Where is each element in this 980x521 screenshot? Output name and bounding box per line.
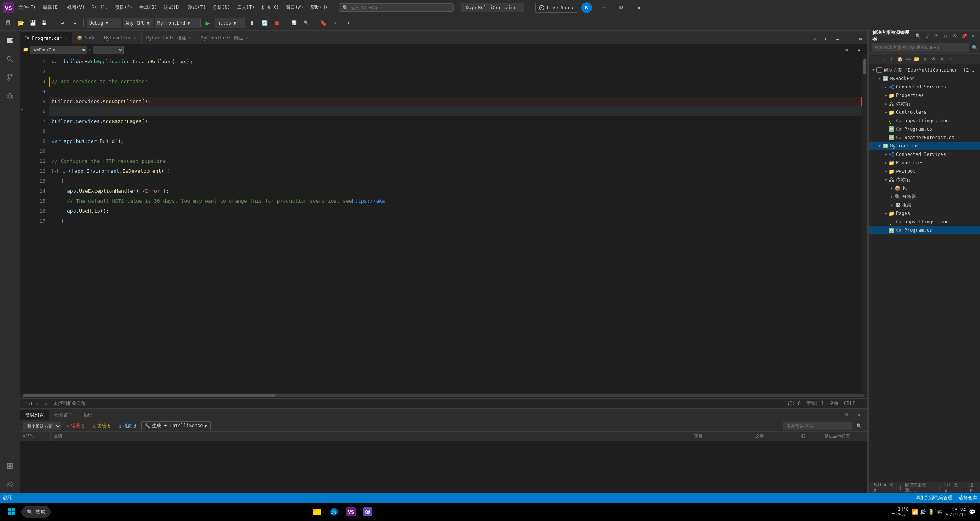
tab-command-window[interactable]: 命令窗口 bbox=[49, 410, 78, 420]
new-project-button[interactable] bbox=[3, 18, 14, 28]
battery-icon[interactable]: 🔋 bbox=[928, 509, 934, 515]
activity-search[interactable] bbox=[2, 51, 18, 67]
redo-button[interactable]: ↪ bbox=[69, 18, 80, 28]
debug-config-dropdown[interactable]: Debug ▼ bbox=[87, 18, 121, 28]
col-header-code[interactable]: ▼ 代码 bbox=[20, 432, 51, 441]
panel-float-button[interactable]: ⧉ bbox=[841, 409, 852, 420]
preview-button[interactable]: 👁 bbox=[930, 55, 937, 63]
undo-button[interactable]: ↩ bbox=[57, 18, 68, 28]
code-editor[interactable]: ✏ 1 2 3 4 5 6 7 8 9 10 11 12 13 14 15 16 bbox=[20, 55, 867, 393]
code-content[interactable]: var builder = WebApplication.CreateBuild… bbox=[49, 55, 862, 393]
startup-project-dropdown[interactable]: MyFrontEnd ▼ bbox=[155, 18, 201, 28]
solution-search-input[interactable] bbox=[872, 43, 969, 52]
title-search-input[interactable] bbox=[350, 5, 419, 10]
notifications-label[interactable]: 通知 bbox=[969, 482, 977, 493]
expand-editor-button[interactable]: ⊞ bbox=[855, 33, 866, 44]
user-profile-button[interactable]: R bbox=[581, 2, 592, 13]
tree-myfrontend-wwwroot[interactable]: ▶ 📁 wwwroot bbox=[869, 167, 980, 175]
tree-myfrontend-deps[interactable]: ▼ 依赖项 bbox=[869, 175, 980, 184]
tabs-menu[interactable]: ≡ bbox=[832, 33, 843, 44]
taskbar-edge-icon[interactable] bbox=[326, 504, 342, 519]
col-header-line[interactable]: 行 bbox=[798, 432, 821, 441]
tree-myfrontend-frameworks[interactable]: ▶ 🏗 框架 bbox=[869, 201, 980, 209]
zoom-level[interactable]: 161 % bbox=[25, 401, 38, 406]
performance-button[interactable]: 📊 bbox=[288, 18, 299, 28]
pause-button[interactable]: ⏸ bbox=[247, 18, 257, 28]
panel-search-button[interactable]: 🔍 bbox=[914, 32, 922, 40]
menu-project[interactable]: 项目(P) bbox=[112, 3, 136, 12]
minimize-button[interactable]: ─ bbox=[595, 2, 613, 14]
new-tab-button[interactable]: + bbox=[844, 33, 854, 44]
scrollbar-thumb[interactable] bbox=[863, 59, 866, 74]
tabs-scroll-left[interactable]: ◂ bbox=[809, 33, 820, 44]
bookmark-button[interactable]: 🔖 bbox=[318, 18, 329, 28]
notifications-button[interactable]: 💬 bbox=[969, 509, 975, 515]
activity-settings[interactable] bbox=[2, 476, 18, 493]
live-share-button[interactable]: Live Share bbox=[535, 3, 578, 13]
panel-refresh-button[interactable]: ⟳ bbox=[932, 32, 940, 40]
restore-button[interactable]: ⧉ bbox=[613, 2, 630, 14]
col-header-suppress[interactable]: 禁止显示状态 bbox=[821, 432, 867, 441]
prev-bookmark-button[interactable]: ◂ bbox=[343, 18, 353, 28]
horizontal-scrollbar-thumb[interactable] bbox=[23, 394, 275, 397]
taskbar-app-4[interactable] bbox=[360, 504, 375, 519]
solution-search-icon[interactable]: 🔍 bbox=[971, 44, 978, 51]
wifi-icon[interactable]: 📶 bbox=[912, 509, 918, 515]
tree-myfrontend-appsettings[interactable]: ▶ { } C# appsettings.json bbox=[869, 218, 980, 226]
panel-close-button[interactable]: ✕ bbox=[854, 409, 864, 420]
taskbar-files-icon[interactable] bbox=[310, 504, 325, 519]
next-bookmark-button[interactable]: ▸ bbox=[330, 18, 341, 28]
menu-help[interactable]: 帮助(H) bbox=[307, 3, 331, 12]
show-all-files-button[interactable]: 📂 bbox=[913, 55, 921, 63]
message-count-badge[interactable]: ℹ 消息 0 bbox=[116, 422, 139, 430]
sync-with-active-button[interactable]: ⟺ bbox=[905, 55, 912, 63]
activity-solution-explorer[interactable] bbox=[2, 32, 18, 49]
restart-button[interactable]: 🔄 bbox=[259, 18, 270, 28]
platform-dropdown[interactable]: Any CPU ▼ bbox=[123, 18, 153, 28]
back-button[interactable]: ← bbox=[871, 55, 878, 63]
menu-tools[interactable]: 工具(T) bbox=[234, 3, 258, 12]
run-button[interactable]: ▶ bbox=[202, 18, 213, 28]
taskbar-vs-icon[interactable]: VS bbox=[343, 504, 359, 519]
solution-source-label[interactable]: 解决方案资源... bbox=[905, 482, 935, 493]
panel-collapse-all-button[interactable]: ⊟ bbox=[942, 32, 949, 40]
error-search-input[interactable] bbox=[783, 422, 852, 430]
save-button[interactable]: 💾 bbox=[28, 18, 38, 28]
tab-program-cs[interactable]: C# Program.cs* ✕ bbox=[20, 32, 72, 44]
python-env-label[interactable]: Python 环境 bbox=[872, 482, 896, 493]
col-header-file[interactable]: 文件 bbox=[752, 432, 798, 441]
tab-error-list[interactable]: 错误列表 bbox=[20, 410, 49, 420]
horizontal-scrollbar-track[interactable] bbox=[23, 394, 864, 397]
build-filter-badge[interactable]: 🔧 生成 + IntelliSense ▼ bbox=[141, 421, 211, 430]
close-button[interactable]: ✕ bbox=[630, 2, 648, 14]
close-editor-button[interactable]: × bbox=[854, 44, 864, 55]
taskbar-weather[interactable]: ☁ 14°C 多云 bbox=[891, 506, 909, 517]
tree-mybackend-connected[interactable]: ▶ Connected Services bbox=[869, 83, 980, 91]
activity-extensions[interactable] bbox=[2, 457, 18, 474]
diagnostics-button[interactable]: 🔍 bbox=[301, 18, 311, 28]
panel-pin-button[interactable]: 📌 bbox=[960, 32, 968, 40]
open-button[interactable]: 📂 bbox=[15, 18, 26, 28]
tree-myfrontend-analyzers[interactable]: ▶ 🔍 分析器 bbox=[869, 192, 980, 201]
tree-myfrontend-packages[interactable]: ▶ 📦 包 bbox=[869, 184, 980, 192]
git-changes-label[interactable]: Git 更改 bbox=[944, 482, 960, 493]
properties-button[interactable]: ⚙ bbox=[921, 55, 929, 63]
forward-button[interactable]: → bbox=[879, 55, 887, 63]
menu-view[interactable]: 视图(V) bbox=[64, 3, 88, 12]
status-select-repo[interactable]: 选择仓库 bbox=[959, 495, 977, 501]
taskbar-clock[interactable]: 23:24 2023/1/10 bbox=[945, 507, 966, 517]
panel-close-panel-button[interactable]: ✕ bbox=[969, 32, 977, 40]
menu-extensions[interactable]: 扩展(X) bbox=[259, 3, 282, 12]
warning-count-badge[interactable]: ⚠ 警告 0 bbox=[90, 422, 113, 430]
tree-mybackend-properties[interactable]: ▶ 📁 Properties bbox=[869, 91, 980, 100]
col-header-description[interactable]: 说明 bbox=[51, 432, 691, 441]
activity-debug[interactable] bbox=[2, 87, 18, 104]
title-search[interactable]: 🔍 bbox=[339, 3, 454, 12]
status-add-code[interactable]: 添加到源代码管理 bbox=[916, 495, 952, 501]
tree-mybackend[interactable]: ▼ C# MyBackEnd bbox=[869, 74, 980, 83]
taskbar-search-button[interactable]: 🔍 搜索 bbox=[21, 506, 51, 518]
tab-nuget[interactable]: 📦 NuGet: MyFrontEnd ✕ bbox=[72, 32, 142, 44]
panel-sync-button[interactable]: ↺ bbox=[923, 32, 931, 40]
tree-mybackend-appsettings[interactable]: ▶ { } C# appsettings.json bbox=[869, 116, 980, 125]
tab-output[interactable]: 输出 bbox=[78, 410, 98, 420]
